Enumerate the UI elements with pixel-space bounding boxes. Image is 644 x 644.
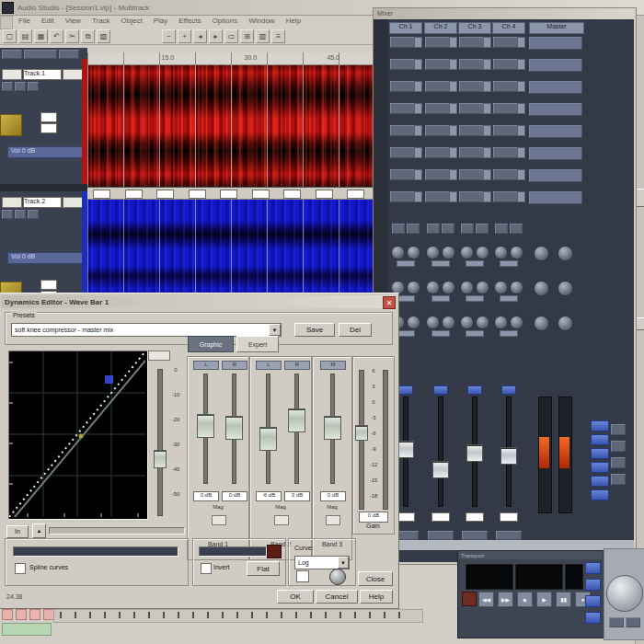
graph-slider-cap[interactable] <box>154 450 167 468</box>
curve-knob[interactable] <box>329 569 346 585</box>
track1-rec-button[interactable] <box>2 82 13 91</box>
transport-title-bar[interactable]: Transport <box>458 551 602 559</box>
mixer-param-button[interactable] <box>459 103 484 114</box>
mixer-master-header[interactable]: Master <box>529 22 584 34</box>
track1-solo-button[interactable] <box>15 82 26 91</box>
mixer-channel-header[interactable]: Ch 3 <box>458 22 491 34</box>
mixer-param-value[interactable] <box>517 125 525 136</box>
panel-chip[interactable] <box>2 50 22 59</box>
mixer-master-knob[interactable] <box>534 316 549 331</box>
mixer-param-value[interactable] <box>414 59 422 70</box>
band-value-box[interactable]: 3 dB <box>284 491 310 501</box>
mixer-param-button[interactable] <box>493 81 518 92</box>
mixer-param-button[interactable] <box>459 191 484 202</box>
mixer-param-value[interactable] <box>414 169 422 180</box>
open-file-icon[interactable]: ▤ <box>18 29 32 43</box>
jog-chip-1[interactable] <box>609 617 624 627</box>
record-chip[interactable] <box>29 609 40 620</box>
track2-mute-button[interactable] <box>28 210 39 219</box>
band-slider-cap[interactable] <box>197 414 214 438</box>
scroll-thumb[interactable] <box>636 189 644 207</box>
clip-label-chip[interactable] <box>252 190 270 199</box>
mixer-param-button[interactable] <box>459 37 484 48</box>
track2-automation-row[interactable]: Vol 0 dB <box>7 252 86 264</box>
mixer-param-value[interactable] <box>517 59 525 70</box>
stop-button[interactable]: ■ <box>517 592 533 607</box>
preset-combobox[interactable]: soft knee compressor - master mix ▼ <box>11 323 282 337</box>
mixer-param-value[interactable] <box>517 103 525 114</box>
band-slider-header[interactable]: R <box>222 361 247 370</box>
mixer-eq-knob[interactable] <box>510 316 523 329</box>
curve-spin-chip[interactable] <box>296 570 309 582</box>
mixer-param-button[interactable] <box>425 191 450 202</box>
clip-label-chip[interactable] <box>220 190 237 199</box>
clip-label-chip[interactable] <box>283 190 301 199</box>
jog-wheel[interactable] <box>606 575 643 612</box>
mixer-param-value[interactable] <box>414 81 422 92</box>
mixer-eq-knob[interactable] <box>407 246 420 259</box>
mixer-param-button[interactable] <box>390 59 415 70</box>
scroll-left-icon[interactable]: ◂ <box>193 29 207 43</box>
grid-icon[interactable]: ≡ <box>271 29 285 43</box>
transfer-graph[interactable] <box>8 351 148 520</box>
mixer-param-value[interactable] <box>517 191 525 202</box>
menu-effects[interactable]: Effects <box>173 16 206 28</box>
cut-icon[interactable]: ✂ <box>65 29 79 43</box>
band-slider-cap[interactable] <box>324 416 341 440</box>
mixer-master-knob[interactable] <box>534 281 549 296</box>
band-link-chip[interactable] <box>274 515 289 525</box>
mixer-param-value[interactable] <box>414 125 422 136</box>
menu-view[interactable]: View <box>60 16 86 28</box>
mixer-side-chip[interactable] <box>611 474 626 485</box>
mixer-param-value[interactable] <box>414 103 422 114</box>
mixer-param-button[interactable] <box>459 59 484 70</box>
clip-label-chip[interactable] <box>316 190 333 199</box>
band-value-box[interactable]: 0 dB <box>320 491 346 501</box>
track2-vol-chip[interactable] <box>40 280 57 290</box>
record-chip[interactable] <box>16 609 27 620</box>
mixer-bus-button[interactable] <box>591 462 609 473</box>
graph-top-chip[interactable] <box>148 351 170 361</box>
options-b-stop-block[interactable] <box>267 545 282 558</box>
mixer-param-value[interactable] <box>517 147 525 158</box>
new-file-icon[interactable]: ▢ <box>3 29 17 43</box>
ok-button[interactable]: OK <box>277 590 314 604</box>
mixer-channel-footer[interactable] <box>428 531 454 540</box>
save-file-icon[interactable]: ▦ <box>34 29 48 43</box>
preset-del-button[interactable]: Del <box>339 323 372 337</box>
mixer-param-value[interactable] <box>517 169 525 180</box>
mixer-eq-knob[interactable] <box>494 246 508 259</box>
mixer-bus-button[interactable] <box>591 476 609 487</box>
mixer-eq-knob[interactable] <box>510 281 523 294</box>
mixer-param-value[interactable] <box>449 125 457 136</box>
menu-edit[interactable]: Edit <box>36 16 60 28</box>
mixer-param-button[interactable] <box>493 37 518 48</box>
mixer-bus-button[interactable] <box>591 434 609 445</box>
panel-chip[interactable] <box>59 50 79 59</box>
mixer-side-chip[interactable] <box>611 424 626 435</box>
mixer-channel-header[interactable]: Ch 1 <box>389 22 422 34</box>
mixer-master-row[interactable] <box>529 103 582 116</box>
band-slider-cap[interactable] <box>288 408 305 432</box>
mixer-param-button[interactable] <box>390 103 415 114</box>
mixer-eq-knob[interactable] <box>460 316 474 329</box>
mixer-param-button[interactable] <box>493 125 518 136</box>
mixer-param-value[interactable] <box>414 191 422 202</box>
mixer-fader-mode-button[interactable] <box>398 385 413 395</box>
mixer-param-value[interactable] <box>414 147 422 158</box>
track2-waveform-clip[interactable] <box>87 200 373 304</box>
rewind-button[interactable]: ◀◀ <box>478 592 494 607</box>
clip-label-chip[interactable] <box>156 190 174 199</box>
mixer-bus-button[interactable] <box>591 489 609 500</box>
mixer-param-button[interactable] <box>390 37 415 48</box>
mixer-param-value[interactable] <box>483 59 491 70</box>
mixer-eq-knob[interactable] <box>407 281 420 294</box>
mixer-fader-value[interactable] <box>500 512 518 522</box>
band-slider-header[interactable]: L <box>193 361 219 370</box>
snap-icon[interactable]: ⊞ <box>240 29 254 43</box>
mixer-param-button[interactable] <box>390 147 415 158</box>
copy-icon[interactable]: ⧉ <box>81 29 95 43</box>
mixer-param-button[interactable] <box>493 59 518 70</box>
gain-value-box[interactable]: 0 dB <box>359 512 388 523</box>
mixer-eq-knob[interactable] <box>391 246 405 259</box>
